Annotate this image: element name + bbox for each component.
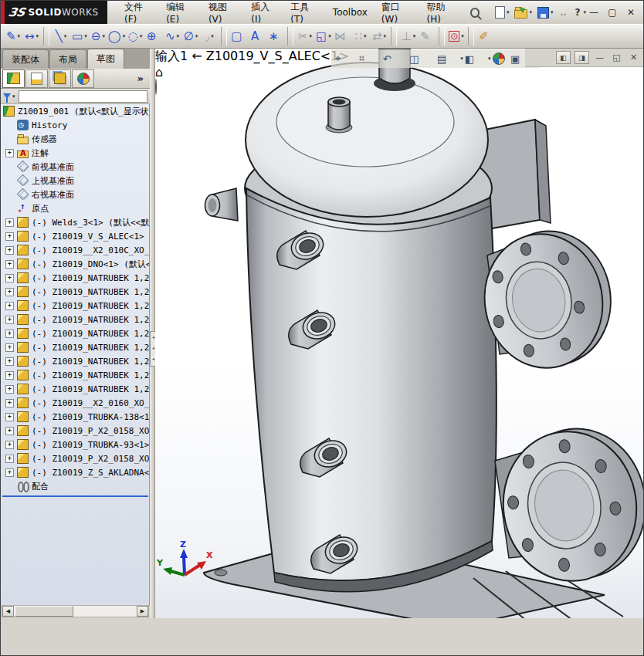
filter-funnel-icon[interactable]: [3, 93, 11, 99]
help-button[interactable]: ?▾: [572, 5, 588, 19]
tree-item-history[interactable]: + History: [1, 118, 149, 132]
expand-toggle[interactable]: +: [5, 468, 14, 477]
repair-sketch-icon[interactable]: ✎ ▾: [418, 27, 436, 46]
expand-toggle[interactable]: +: [5, 232, 14, 241]
expand-toggle[interactable]: +: [5, 385, 14, 394]
tree-item-natrubek-6[interactable]: + (-) Z10019_NATRUBEK 1,2-35: [1, 340, 149, 354]
filter-input[interactable]: [19, 90, 147, 103]
minimize-document-button[interactable]: —: [593, 52, 606, 63]
menu-view[interactable]: 视图(V): [202, 0, 243, 27]
tree-item-natrubek-7[interactable]: + (-) Z10019_NATRUBEK 1,2-45: [1, 354, 149, 368]
tree-item-z10019-v-s-alec[interactable]: + (-) Z10019_V_S_ALEC<1> (默: [1, 229, 149, 243]
filter-dropdown-arrow[interactable]: ▾: [12, 93, 15, 100]
property-manager-tab[interactable]: [25, 69, 48, 88]
point-icon[interactable]: ∗ ▾: [266, 27, 285, 46]
trim-entities-icon[interactable]: ✂ ▾: [296, 27, 314, 46]
rebuild-button[interactable]: ‥: [558, 5, 570, 19]
next-window-button[interactable]: ◨: [575, 51, 589, 64]
scroll-left-arrow[interactable]: ◀: [2, 606, 14, 617]
expand-toggle[interactable]: +: [5, 260, 14, 269]
expand-toggle[interactable]: +: [5, 455, 14, 463]
ellipse-icon[interactable]: ∅ ▾: [181, 27, 200, 46]
sketch-icon[interactable]: ✎ ▾: [4, 27, 22, 46]
centerpoint-arc-icon[interactable]: ◌ ▾: [126, 27, 144, 46]
search-icon[interactable]: [470, 8, 480, 18]
expand-toggle[interactable]: +: [5, 427, 14, 435]
tree-item-mates[interactable]: + 配合: [1, 479, 149, 493]
tree-horizontal-scrollbar[interactable]: ◀ ▶: [2, 605, 149, 617]
previous-window-button[interactable]: ◧: [556, 51, 571, 64]
tree-item-trubka-93[interactable]: + (-) Z10019_TRUBKA-93<1> (默: [1, 438, 149, 451]
display-relations-icon[interactable]: ⊥ ▾: [399, 27, 418, 46]
expand-toggle[interactable]: +: [5, 218, 14, 227]
expand-toggle[interactable]: +: [5, 399, 14, 407]
close-document-button[interactable]: ✕: [627, 52, 640, 63]
featuremanager-tree-tab[interactable]: [2, 69, 25, 88]
menu-window[interactable]: 窗口(W): [375, 0, 419, 27]
tree-item-trubka-138[interactable]: + (-) Z10019_TRUBKA-138<1>: [1, 410, 149, 424]
spline-icon[interactable]: ∿ ▾: [163, 27, 181, 46]
maximize-button[interactable]: ▢: [606, 7, 619, 18]
view-orientation-icon[interactable]: ▤ ▾: [437, 51, 463, 66]
expand-toggle[interactable]: +: [5, 316, 14, 324]
display-manager-tab[interactable]: [72, 69, 94, 88]
tab-layout[interactable]: 布局: [49, 49, 86, 69]
zoom-to-fit-icon[interactable]: ⌖ ▾: [335, 51, 358, 66]
menu-insert[interactable]: 插入(I): [245, 0, 283, 27]
restore-document-button[interactable]: ◱: [610, 52, 623, 63]
expand-toggle[interactable]: +: [5, 330, 14, 338]
scroll-right-arrow[interactable]: ▶: [137, 606, 148, 617]
menu-file[interactable]: 文件(F): [118, 0, 158, 27]
menu-help[interactable]: 帮助(H): [420, 0, 462, 27]
smart-dimension-icon[interactable]: ↔ ▾: [22, 27, 41, 46]
tree-item-natrubek-2[interactable]: + (-) Z10019_NATRUBEK 1,2-35: [1, 285, 149, 299]
circle-icon[interactable]: ◯ ▾: [107, 27, 126, 46]
zoom-to-area-icon[interactable]: ⌗ ▾: [359, 51, 381, 66]
toolbar-separator[interactable]: ▾: [43, 27, 49, 46]
close-button[interactable]: ✕: [625, 7, 637, 18]
tree-root-item[interactable]: Z10019_001 (默认<默认_显示状: [1, 104, 149, 118]
quick-snaps-icon[interactable]: ⊙ ▾: [447, 27, 466, 46]
tree-item-natrubek-5[interactable]: + (-) Z10019_NATRUBEK 1,2-35: [1, 326, 149, 340]
configuration-manager-tab[interactable]: [49, 69, 71, 88]
graphics-area[interactable]: [155, 49, 644, 618]
edit-appearance-icon[interactable]: ▾: [493, 51, 510, 66]
tree-item-top-plane[interactable]: + 上视基准面: [1, 174, 149, 188]
menu-edit[interactable]: 编辑(E): [160, 0, 201, 27]
more-tabs-chevron[interactable]: »: [137, 73, 148, 84]
sketch-fillet-icon[interactable]: ◞ ▾: [200, 27, 219, 46]
tree-item-annotations[interactable]: + 注解: [1, 146, 149, 160]
expand-toggle[interactable]: +: [5, 371, 14, 380]
new-document-button[interactable]: ▾: [493, 5, 511, 20]
tree-item-natrubek-9[interactable]: + (-) Z10019_NATRUBEK 1,2-35: [1, 382, 149, 396]
tree-item-p-x2-0158-b[interactable]: + (-) Z10019_P_X2_0158_XO__S: [1, 451, 149, 465]
toolbar-separator[interactable]: ▾: [221, 27, 227, 46]
expand-toggle[interactable]: +: [5, 413, 14, 421]
tab-assembly[interactable]: 装配体: [2, 49, 49, 69]
tree-item-origin[interactable]: + 原点: [1, 201, 149, 215]
tree-item-front-plane[interactable]: + 前视基准面: [1, 160, 149, 174]
corner-rectangle-icon[interactable]: ▭ ▾: [70, 27, 89, 46]
tree-item-welds-3[interactable]: + (-) Welds_3<1> (默认<<默认: [1, 215, 149, 229]
expand-toggle[interactable]: +: [5, 302, 14, 310]
tree-split-bar[interactable]: [2, 495, 148, 497]
tree-item-z10019-dno[interactable]: + (-) Z10019_DNO<1> (默认<<默: [1, 257, 149, 271]
save-button[interactable]: ▾: [536, 5, 555, 20]
previous-view-icon[interactable]: ↶ ▾: [383, 51, 408, 66]
tree-item-natrubek-3[interactable]: + (-) Z10019_NATRUBEK 1,2-35: [1, 299, 149, 313]
tree-item-p-x2-0158-a[interactable]: + (-) Z10019_P_X2_0158_XO__S: [1, 424, 149, 438]
tree-item-natrubek-4[interactable]: + (-) Z10019_NATRUBEK 1,2-35: [1, 313, 149, 326]
open-document-button[interactable]: ▾: [513, 5, 534, 20]
menu-tools[interactable]: 工具(T): [284, 0, 325, 27]
expand-toggle[interactable]: +: [5, 441, 14, 449]
tree-item-z10019-x2-010c[interactable]: + (-) Z10019__X2_010C_XO_ELC: [1, 243, 149, 257]
line-icon[interactable]: ╲ ▾: [52, 27, 70, 46]
box-select-icon[interactable]: ▢ ▾: [229, 27, 248, 46]
tree-item-z10019-x2-0160[interactable]: + (-) Z10019__X2_0160_XO_T_S: [1, 396, 149, 410]
toolbar-separator[interactable]: ▾: [287, 27, 293, 46]
expand-toggle[interactable]: +: [5, 246, 14, 255]
toolbar-separator[interactable]: ▾: [391, 27, 397, 46]
expand-toggle[interactable]: +: [5, 343, 14, 352]
expand-toggle[interactable]: +: [5, 288, 14, 296]
convert-entities-icon[interactable]: ◱ ▾: [314, 27, 333, 46]
